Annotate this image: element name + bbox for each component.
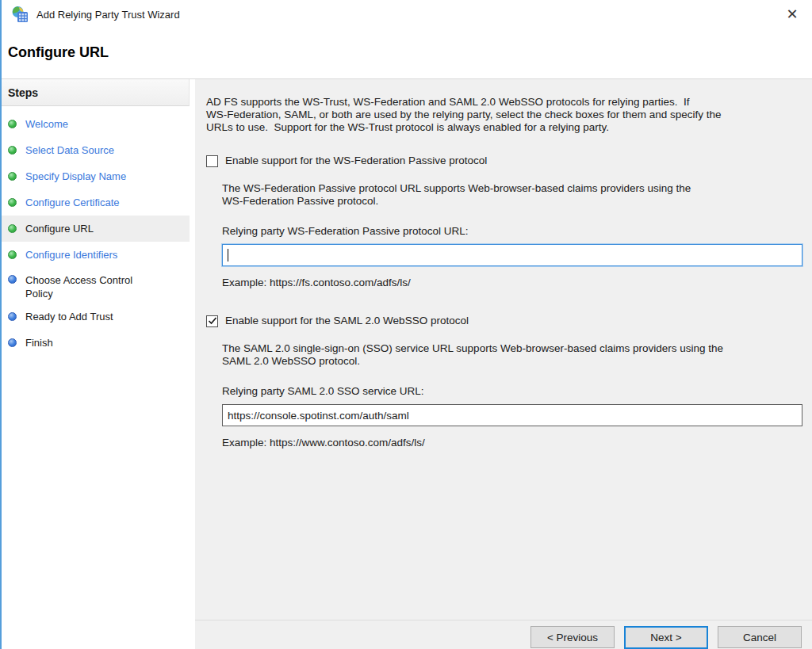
page-title: Configure URL (8, 44, 109, 61)
steps-list: Welcome Select Data Source Specify Displ… (2, 106, 195, 356)
step-done-dot-icon (8, 198, 17, 207)
wizard-window: Add Relying Party Trust Wizard ✕ Configu… (0, 0, 812, 649)
saml-example-text: Example: https://www.contoso.com/adfs/ls… (222, 437, 802, 449)
wsfed-checkbox-row: Enable support for the WS-Federation Pas… (206, 155, 802, 167)
wizard-body: Steps Welcome Select Data Source Specify… (2, 79, 812, 649)
step-label: Ready to Add Trust (25, 310, 113, 323)
wsfed-section: The WS-Federation Passive protocol URL s… (222, 182, 802, 289)
checkmark-icon (208, 316, 217, 326)
wsfed-url-input-wrap (222, 244, 802, 266)
step-label: Configure Identifiers (25, 248, 117, 262)
titlebar: Add Relying Party Trust Wizard ✕ (2, 0, 812, 29)
previous-button[interactable]: < Previous (530, 626, 615, 648)
sidebar-item-select-data-source[interactable]: Select Data Source (2, 137, 190, 163)
wsfed-url-input[interactable] (222, 244, 802, 266)
text-caret (228, 249, 228, 262)
footer-buttons: < Previous Next > Cancel (530, 626, 802, 649)
step-done-dot-icon (8, 224, 17, 233)
steps-sidebar: Steps Welcome Select Data Source Specify… (2, 79, 195, 649)
footer-divider (195, 620, 812, 620)
close-button[interactable]: ✕ (780, 3, 804, 25)
step-label: Configure URL (25, 222, 94, 235)
step-done-dot-icon (8, 250, 17, 259)
step-label: Select Data Source (25, 143, 114, 157)
saml-description: The SAML 2.0 single-sign-on (SSO) servic… (222, 342, 802, 368)
sidebar-item-configure-url[interactable]: Configure URL (2, 216, 190, 242)
intro-text: AD FS supports the WS-Trust, WS-Federati… (206, 79, 802, 134)
step-label: Configure Certificate (25, 196, 120, 209)
saml-url-input[interactable] (222, 404, 802, 426)
saml-checkbox-row: Enable support for the SAML 2.0 WebSSO p… (206, 315, 802, 327)
step-done-dot-icon (8, 146, 17, 155)
wsfed-checkbox-label: Enable support for the WS-Federation Pas… (225, 155, 487, 167)
step-upcoming-dot-icon (8, 275, 17, 284)
wsfed-checkbox[interactable] (206, 155, 218, 167)
sidebar-item-welcome[interactable]: Welcome (2, 111, 190, 137)
step-label: Welcome (25, 117, 68, 131)
steps-header: Steps (2, 79, 190, 106)
saml-checkbox[interactable] (206, 315, 218, 327)
sidebar-item-finish[interactable]: Finish (2, 330, 190, 356)
step-done-dot-icon (8, 172, 17, 181)
sidebar-item-choose-access-control-policy[interactable]: Choose Access Control Policy (2, 268, 190, 304)
step-upcoming-dot-icon (8, 312, 17, 321)
main-pane: AD FS supports the WS-Trust, WS-Federati… (195, 79, 812, 649)
sidebar-item-ready-to-add-trust[interactable]: Ready to Add Trust (2, 304, 190, 330)
sidebar-item-configure-identifiers[interactable]: Configure Identifiers (2, 242, 190, 268)
saml-section: The SAML 2.0 single-sign-on (SSO) servic… (222, 342, 802, 449)
step-label: Specify Display Name (25, 170, 126, 183)
adfs-app-icon (11, 6, 29, 23)
close-icon: ✕ (786, 6, 798, 23)
saml-url-input-wrap (222, 404, 802, 426)
saml-checkbox-label: Enable support for the SAML 2.0 WebSSO p… (225, 315, 469, 327)
wsfed-url-label: Relying party WS-Federation Passive prot… (222, 225, 802, 238)
cancel-button[interactable]: Cancel (718, 626, 802, 648)
step-label: Finish (25, 336, 53, 349)
wsfed-description: The WS-Federation Passive protocol URL s… (222, 182, 802, 208)
step-done-dot-icon (8, 120, 17, 128)
next-button[interactable]: Next > (624, 626, 708, 649)
window-title: Add Relying Party Trust Wizard (36, 9, 180, 21)
wsfed-example-text: Example: https://fs.contoso.com/adfs/ls/ (222, 277, 802, 289)
wizard-header: Add Relying Party Trust Wizard ✕ Configu… (2, 0, 812, 79)
step-upcoming-dot-icon (8, 338, 17, 347)
step-label: Choose Access Control Policy (25, 273, 160, 300)
sidebar-item-configure-certificate[interactable]: Configure Certificate (2, 189, 190, 216)
sidebar-item-specify-display-name[interactable]: Specify Display Name (2, 163, 190, 189)
saml-url-label: Relying party SAML 2.0 SSO service URL: (222, 385, 802, 398)
